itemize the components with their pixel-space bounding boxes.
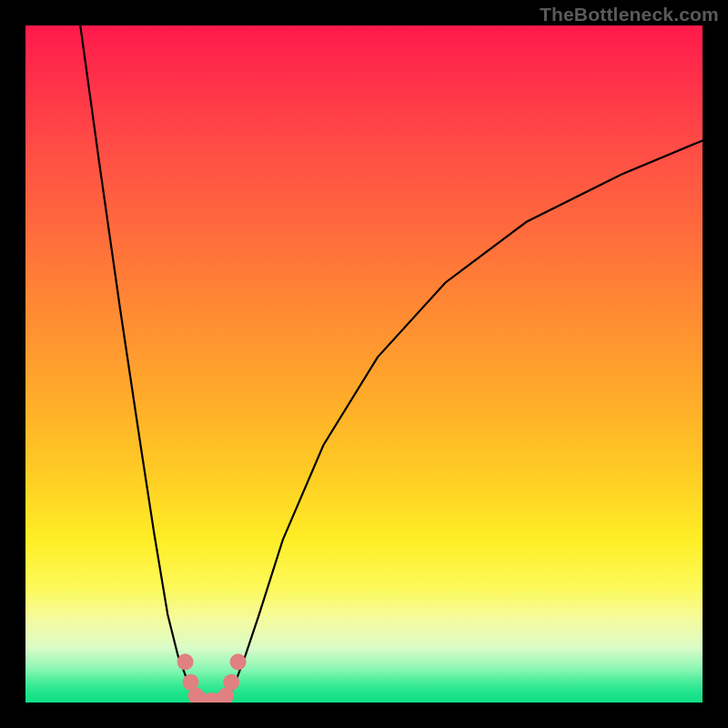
plot-area bbox=[25, 25, 703, 703]
chart-frame: TheBottleneck.com bbox=[0, 0, 728, 728]
valley-marker bbox=[230, 653, 247, 670]
valley-marker bbox=[177, 653, 194, 670]
watermark-text: TheBottleneck.com bbox=[540, 4, 719, 25]
curve-layer bbox=[25, 25, 703, 703]
valley-marker bbox=[223, 674, 239, 691]
curve-right-branch bbox=[224, 140, 703, 703]
curve-left-branch bbox=[80, 25, 199, 703]
